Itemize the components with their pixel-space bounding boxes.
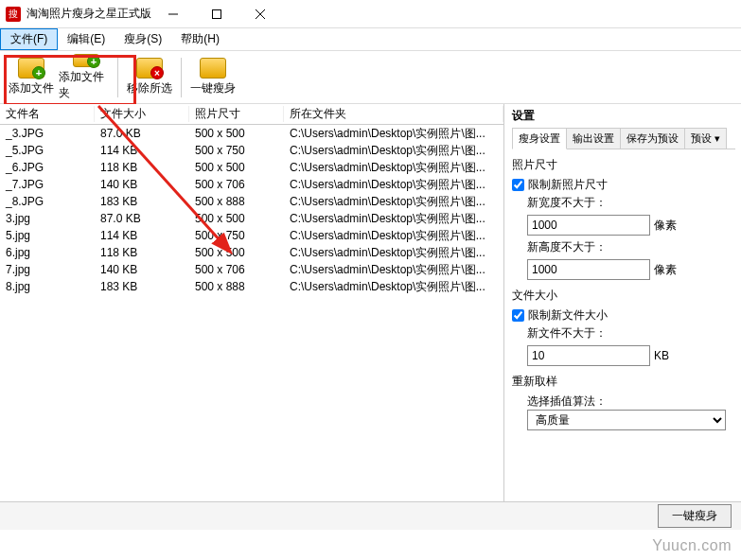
- cell-folder: C:\Users\admin\Desktop\实例照片\图...: [284, 194, 503, 210]
- cell-folder: C:\Users\admin\Desktop\实例照片\图...: [284, 245, 503, 261]
- table-row[interactable]: _8.JPG183 KB500 x 888C:\Users\admin\Desk…: [0, 193, 503, 210]
- svg-rect-1: [213, 9, 221, 18]
- titlebar: 搜 淘淘照片瘦身之星正式版: [0, 0, 741, 28]
- unit-pixel: 像素: [654, 262, 677, 278]
- cell-folder: C:\Users\admin\Desktop\实例照片\图...: [284, 211, 503, 227]
- cell-name: 7.jpg: [0, 263, 95, 276]
- unit-kb: KB: [654, 349, 669, 362]
- limit-photo-size-input[interactable]: [512, 179, 524, 191]
- toolbar-separator: [181, 58, 182, 97]
- folder-plus-icon: +: [73, 54, 99, 67]
- table-row[interactable]: 5.jpg114 KB500 x 750C:\Users\admin\Deskt…: [0, 227, 503, 244]
- cell-size: 140 KB: [95, 178, 189, 191]
- new-height-input[interactable]: [527, 259, 650, 280]
- remove-selected-label: 移除所选: [127, 80, 172, 96]
- tab-preset-dropdown[interactable]: 预设 ▾: [684, 128, 727, 149]
- one-click-slim-button[interactable]: 一键瘦身: [185, 54, 240, 101]
- cell-name: _7.JPG: [0, 178, 95, 191]
- cell-size: 118 KB: [95, 161, 189, 174]
- cell-size: 87.0 KB: [95, 127, 189, 140]
- table-row[interactable]: _6.JPG118 KB500 x 500C:\Users\admin\Desk…: [0, 159, 503, 176]
- cell-name: 3.jpg: [0, 212, 95, 225]
- cell-name: _5.JPG: [0, 144, 95, 157]
- cell-folder: C:\Users\admin\Desktop\实例照片\图...: [284, 228, 503, 244]
- new-file-input[interactable]: [527, 345, 650, 366]
- new-height-label: 新高度不大于：: [527, 239, 735, 255]
- add-file-button[interactable]: + 添加文件: [4, 54, 59, 101]
- close-button[interactable]: [238, 0, 282, 28]
- cell-name: 5.jpg: [0, 229, 95, 242]
- app-icon: 搜: [6, 7, 21, 22]
- group-resample: 重新取样: [512, 374, 735, 390]
- picture-icon: [200, 58, 226, 79]
- limit-photo-size-checkbox[interactable]: 限制新照片尺寸: [512, 177, 735, 193]
- folder-plus-icon: +: [18, 58, 44, 79]
- algo-select[interactable]: 高质量: [527, 410, 726, 430]
- cell-dim: 500 x 888: [189, 280, 284, 293]
- cell-dim: 500 x 888: [189, 195, 284, 208]
- cell-folder: C:\Users\admin\Desktop\实例照片\图...: [284, 160, 503, 176]
- cell-dim: 500 x 500: [189, 161, 284, 174]
- table-row[interactable]: _7.JPG140 KB500 x 706C:\Users\admin\Desk…: [0, 176, 503, 193]
- cell-folder: C:\Users\admin\Desktop\实例照片\图...: [284, 177, 503, 193]
- minimize-button[interactable]: [151, 0, 195, 28]
- cell-folder: C:\Users\admin\Desktop\实例照片\图...: [284, 279, 503, 295]
- cell-folder: C:\Users\admin\Desktop\实例照片\图...: [284, 126, 503, 142]
- add-folder-button[interactable]: + 添加文件夹: [59, 54, 114, 101]
- tab-slim-settings[interactable]: 瘦身设置: [512, 128, 567, 149]
- cell-size: 183 KB: [95, 280, 189, 293]
- cell-dim: 500 x 500: [189, 127, 284, 140]
- algo-label: 选择插值算法：: [527, 394, 735, 410]
- limit-file-size-input[interactable]: [512, 309, 524, 322]
- table-row[interactable]: 3.jpg87.0 KB500 x 500C:\Users\admin\Desk…: [0, 210, 503, 227]
- limit-file-size-label: 限制新文件大小: [528, 307, 608, 324]
- cell-dim: 500 x 706: [189, 178, 284, 191]
- menu-help[interactable]: 帮助(H): [171, 28, 229, 50]
- cell-size: 114 KB: [95, 229, 189, 242]
- limit-photo-size-label: 限制新照片尺寸: [528, 177, 608, 193]
- header-size[interactable]: 文件大小: [95, 106, 189, 122]
- toolbar-separator: [117, 58, 118, 97]
- table-row[interactable]: 6.jpg118 KB500 x 500C:\Users\admin\Deskt…: [0, 244, 503, 261]
- one-click-label: 一键瘦身: [190, 80, 236, 96]
- group-photo-size: 照片尺寸: [512, 157, 735, 173]
- header-name[interactable]: 文件名: [0, 106, 95, 122]
- cell-dim: 500 x 500: [189, 212, 284, 225]
- table-row[interactable]: _3.JPG87.0 KB500 x 500C:\Users\admin\Des…: [0, 125, 503, 142]
- tab-output-settings[interactable]: 输出设置: [566, 128, 621, 149]
- folder-remove-icon: ×: [136, 58, 163, 79]
- header-folder[interactable]: 所在文件夹: [284, 106, 503, 122]
- settings-panel: 设置 瘦身设置 输出设置 保存为预设 预设 ▾ 照片尺寸 限制新照片尺寸 新宽度…: [504, 104, 741, 501]
- add-folder-label: 添加文件夹: [59, 69, 114, 101]
- limit-file-size-checkbox[interactable]: 限制新文件大小: [512, 307, 735, 324]
- maximize-button[interactable]: [195, 0, 238, 28]
- cell-name: _3.JPG: [0, 127, 95, 140]
- tab-save-preset[interactable]: 保存为预设: [620, 128, 685, 149]
- new-width-input[interactable]: [527, 215, 650, 236]
- cell-size: 140 KB: [95, 263, 189, 276]
- one-click-slim-bottom-button[interactable]: 一键瘦身: [658, 504, 732, 528]
- cell-size: 118 KB: [95, 246, 189, 259]
- header-dim[interactable]: 照片尺寸: [189, 106, 284, 122]
- cell-folder: C:\Users\admin\Desktop\实例照片\图...: [284, 262, 503, 278]
- cell-size: 114 KB: [95, 144, 189, 157]
- menu-file[interactable]: 文件(F): [0, 28, 58, 50]
- list-header: 文件名 文件大小 照片尺寸 所在文件夹: [0, 104, 503, 125]
- group-file-size: 文件大小: [512, 288, 735, 304]
- table-row[interactable]: 7.jpg140 KB500 x 706C:\Users\admin\Deskt…: [0, 261, 503, 278]
- table-row[interactable]: 8.jpg183 KB500 x 888C:\Users\admin\Deskt…: [0, 278, 503, 295]
- cell-folder: C:\Users\admin\Desktop\实例照片\图...: [284, 143, 503, 159]
- settings-title: 设置: [512, 108, 735, 124]
- table-row[interactable]: _5.JPG114 KB500 x 750C:\Users\admin\Desk…: [0, 142, 503, 159]
- watermark: Yuucn.com: [652, 537, 732, 554]
- cell-dim: 500 x 750: [189, 144, 284, 157]
- menu-slim[interactable]: 瘦身(S): [115, 28, 171, 50]
- menu-edit[interactable]: 编辑(E): [58, 28, 115, 50]
- cell-dim: 500 x 500: [189, 246, 284, 259]
- remove-selected-button[interactable]: × 移除所选: [122, 54, 177, 101]
- cell-name: 8.jpg: [0, 280, 95, 293]
- file-list[interactable]: 文件名 文件大小 照片尺寸 所在文件夹 _3.JPG87.0 KB500 x 5…: [0, 104, 504, 501]
- cell-name: _8.JPG: [0, 195, 95, 208]
- cell-name: 6.jpg: [0, 246, 95, 259]
- new-file-label: 新文件不大于：: [527, 325, 735, 341]
